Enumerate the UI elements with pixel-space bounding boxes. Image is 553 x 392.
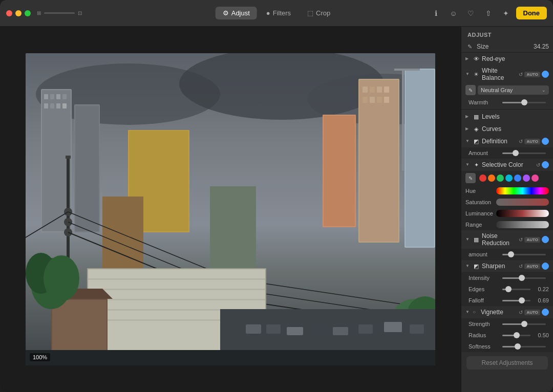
- definition-row[interactable]: ▼ ◩ Definition ↺ AUTO: [461, 135, 553, 147]
- color-swatches-row: ✎: [461, 171, 553, 185]
- neutral-gray-pencil[interactable]: ✎: [465, 85, 476, 95]
- adjust-label: Adjust: [231, 9, 250, 17]
- vignette-chevron-icon: ▼: [465, 310, 471, 315]
- zoom-slider[interactable]: [44, 12, 75, 14]
- levels-row[interactable]: ▶ ▦ Levels: [461, 111, 553, 123]
- swatch-purple[interactable]: [523, 175, 530, 182]
- radius-slider[interactable]: [502, 335, 530, 336]
- noise-reduction-label: Noise Reduction: [482, 232, 519, 247]
- softness-row: Softness: [461, 341, 553, 352]
- selective-color-row[interactable]: ▼ ✦ Selective Color ↺: [461, 159, 553, 171]
- vignette-check-icon: ○: [473, 309, 479, 315]
- done-button[interactable]: Done: [516, 7, 547, 19]
- toolbar-center: ⚙ Adjust ● Filters ⬚ Crop: [216, 7, 338, 19]
- vignette-toggle[interactable]: [542, 309, 549, 316]
- swatch-orange[interactable]: [488, 175, 495, 182]
- definition-toggle[interactable]: [542, 138, 549, 145]
- radius-value: 0.50: [534, 332, 549, 338]
- traffic-lights: [6, 10, 31, 16]
- vignette-reset-icon[interactable]: ↺: [519, 310, 523, 315]
- red-eye-icon: 👁: [473, 55, 480, 62]
- definition-auto-badge[interactable]: AUTO: [524, 139, 540, 144]
- minimize-button[interactable]: [15, 10, 22, 16]
- crop-tab[interactable]: ⬚ Crop: [300, 7, 337, 19]
- white-balance-reset-icon[interactable]: ↺: [519, 72, 523, 77]
- noise-reduction-auto-badge[interactable]: AUTO: [524, 237, 540, 243]
- sharpen-chevron-icon: ▼: [465, 264, 471, 269]
- sharpen-auto-badge[interactable]: AUTO: [524, 264, 540, 269]
- selective-color-controls: ↺: [536, 161, 549, 168]
- sharpen-reset-icon[interactable]: ↺: [519, 264, 523, 269]
- curves-row[interactable]: ▶ ◈ Curves: [461, 123, 553, 135]
- noise-reduction-toggle[interactable]: [542, 236, 549, 243]
- hue-row: Hue: [461, 185, 553, 197]
- photo-background: [26, 53, 435, 365]
- reset-adjustments-button[interactable]: Reset Adjustments: [466, 356, 548, 369]
- swatch-red[interactable]: [479, 175, 486, 182]
- definition-label: Definition: [482, 138, 519, 145]
- close-button[interactable]: [6, 10, 12, 16]
- white-balance-toggle[interactable]: [542, 71, 549, 78]
- info-button[interactable]: ℹ: [429, 6, 443, 20]
- luminance-row: Luminance: [461, 208, 553, 219]
- adjust-icon: ⚙: [223, 9, 229, 17]
- zoom-control: ⊞ ⊡: [37, 10, 82, 16]
- fullscreen-button[interactable]: [25, 10, 31, 16]
- titlebar-right: ℹ ☺ ♡ ⇧ ✦ Done: [429, 6, 547, 20]
- neutral-gray-row: ✎ Neutral Gray ⌄: [461, 83, 553, 97]
- swatch-cyan[interactable]: [505, 175, 513, 182]
- photo-container: 100%: [26, 53, 435, 365]
- vignette-auto-badge[interactable]: AUTO: [524, 310, 540, 315]
- selective-color-toggle[interactable]: [542, 161, 549, 168]
- definition-controls: ↺ AUTO: [519, 138, 549, 145]
- selective-color-reset-icon[interactable]: ↺: [536, 162, 540, 168]
- zoom-icon: ⊞: [37, 10, 41, 16]
- definition-reset-icon[interactable]: ↺: [519, 139, 523, 144]
- noise-amount-slider[interactable]: [502, 254, 546, 255]
- noise-reduction-row[interactable]: ▼ ▦ Noise Reduction ↺ AUTO: [461, 230, 553, 249]
- red-eye-chevron-icon: ▶: [465, 56, 471, 61]
- selective-color-chevron-icon: ▼: [465, 162, 471, 167]
- red-eye-row[interactable]: ▶ 👁 Red-eye: [461, 53, 553, 65]
- range-slider[interactable]: [496, 221, 549, 228]
- heart-button[interactable]: ♡: [464, 6, 478, 20]
- tools-button[interactable]: ✦: [499, 6, 513, 20]
- softness-slider[interactable]: [502, 346, 546, 347]
- luminance-label: Luminance: [465, 210, 496, 216]
- falloff-value: 0.69: [534, 297, 549, 303]
- edges-slider[interactable]: [502, 289, 530, 290]
- emoji-button[interactable]: ☺: [446, 6, 461, 20]
- white-balance-auto-badge[interactable]: AUTO: [524, 72, 540, 77]
- vignette-row[interactable]: ▼ ○ Vignette ↺ AUTO: [461, 306, 553, 318]
- filters-tab[interactable]: ● Filters: [259, 7, 298, 19]
- falloff-slider[interactable]: [502, 300, 530, 301]
- range-label: Range: [465, 222, 496, 228]
- vignette-label: Vignette: [481, 309, 519, 316]
- eyedropper-button[interactable]: ✎: [465, 173, 476, 183]
- edges-row: Edges 0.22: [461, 284, 553, 295]
- noise-reduction-icon: ▦: [473, 236, 480, 243]
- definition-icon: ◩: [473, 138, 480, 145]
- intensity-slider[interactable]: [502, 277, 546, 279]
- sharpen-toggle[interactable]: [542, 263, 549, 270]
- swatch-green[interactable]: [497, 175, 504, 182]
- share-button[interactable]: ⇧: [481, 6, 496, 20]
- radius-label: Radius: [469, 332, 499, 338]
- luminance-slider[interactable]: [496, 210, 549, 217]
- strength-slider[interactable]: [502, 323, 546, 325]
- adjust-tab[interactable]: ⚙ Adjust: [216, 7, 257, 19]
- noise-reduction-chevron-icon: ▼: [465, 237, 471, 242]
- saturation-slider[interactable]: [496, 199, 549, 206]
- definition-amount-slider[interactable]: [502, 153, 546, 154]
- radius-row: Radius 0.50: [461, 330, 553, 341]
- noise-reduction-reset-icon[interactable]: ↺: [519, 237, 523, 243]
- sharpen-row[interactable]: ▼ ◩ Sharpen ↺ AUTO: [461, 260, 553, 272]
- neutral-gray-dropdown[interactable]: Neutral Gray ⌄: [478, 85, 549, 95]
- swatch-blue[interactable]: [514, 175, 521, 182]
- main-content: 100% ADJUST ✎ Size 34.25 ▶ 👁 Red-eye ▼ ☀: [0, 27, 553, 392]
- white-balance-row[interactable]: ▼ ☀ White Balance ↺ AUTO: [461, 65, 553, 83]
- warmth-slider[interactable]: [502, 102, 546, 103]
- hue-slider[interactable]: [496, 187, 549, 194]
- selective-color-label: Selective Color: [482, 161, 536, 168]
- swatch-pink[interactable]: [531, 175, 539, 182]
